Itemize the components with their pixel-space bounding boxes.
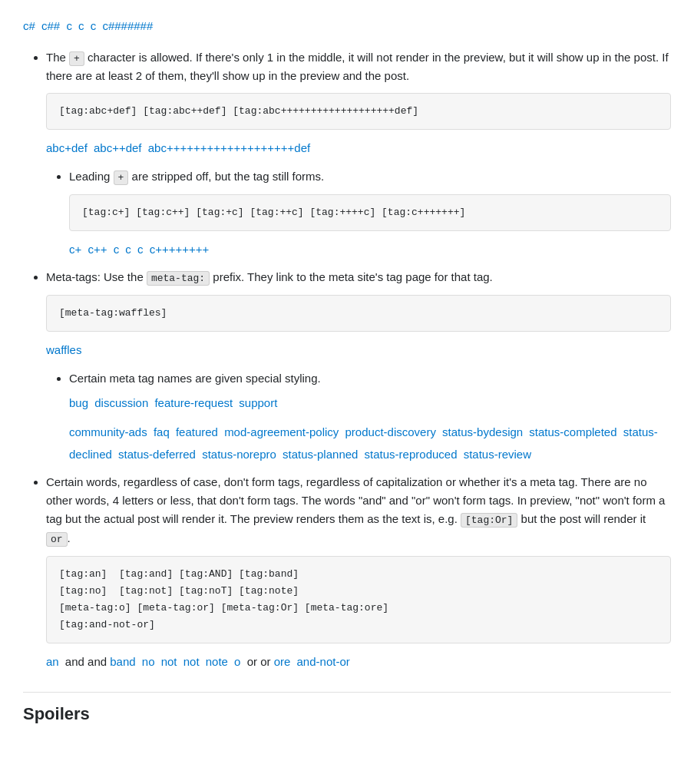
plus-inline-code: +	[69, 51, 84, 66]
tag-link-abcmanyplus-def[interactable]: abc+++++++++++++++++++def	[148, 141, 310, 154]
tag-link-product-discovery[interactable]: product-discovery	[345, 425, 436, 438]
tag-link-note[interactable]: note	[206, 655, 228, 668]
tag-link-c-stripped-2[interactable]: c	[125, 243, 131, 256]
tag-link-community-ads[interactable]: community-ads	[69, 425, 147, 438]
tag-link-status-bydesign[interactable]: status-bydesign	[442, 425, 523, 438]
tag-link-band[interactable]: band	[110, 655, 135, 668]
tag-link-abcplusdef[interactable]: abc+def	[46, 141, 88, 154]
certain-words-bottom-links: an and and band no not not note o or or …	[46, 651, 671, 673]
tag-link-bug[interactable]: bug	[69, 396, 88, 409]
sub-bullet-leading-plus: Leading + are stripped off, but the tag …	[69, 167, 671, 260]
meta-tag-code-block: [meta-tag:waffles]	[46, 295, 671, 332]
top-link-c-3[interactable]: c	[91, 19, 97, 32]
text-or-1: or	[247, 655, 261, 668]
tag-link-not-1[interactable]: not	[161, 655, 177, 668]
leading-plus-tag-links: c+ c++ c c c c++++++++	[69, 239, 671, 261]
special-tag-links-row1: bug discussion feature-request support	[69, 392, 671, 415]
top-link-c-sharp[interactable]: c#	[23, 19, 35, 32]
tag-link-c-stripped-3[interactable]: c	[137, 243, 144, 256]
tag-link-abcplusplus-def[interactable]: abc++def	[94, 141, 142, 154]
meta-tags-sub-list: Certain meta tag names are given special…	[46, 369, 671, 466]
plus-tag-links: abc+def abc++def abc+++++++++++++++++++d…	[46, 137, 671, 160]
tag-link-discussion[interactable]: discussion	[94, 396, 148, 409]
plus-code-block: [tag:abc+def] [tag:abc++def] [tag:abc+++…	[46, 93, 671, 130]
meta-tag-inline-code: meta-tag:	[147, 271, 210, 286]
main-list: The + character is allowed. If there's o…	[23, 48, 671, 673]
tag-link-not-2[interactable]: not	[183, 655, 200, 668]
tag-link-c-many-plus[interactable]: c++++++++	[150, 243, 210, 256]
text-and-2: and	[88, 655, 110, 668]
waffles-tag-link: waffles	[46, 339, 671, 362]
tag-link-and-not-or[interactable]: and-not-or	[297, 655, 350, 668]
tag-link-support[interactable]: support	[239, 396, 277, 409]
spoilers-heading: Spoilers	[23, 692, 671, 727]
top-link-c-2[interactable]: c	[78, 19, 84, 32]
tag-link-c-stripped-1[interactable]: c	[114, 243, 120, 256]
top-link-c-double-sharp[interactable]: c##	[41, 19, 60, 32]
tag-or-inline-code: [tag:Or]	[461, 513, 517, 528]
leading-plus-code-block: [tag:c+] [tag:c++] [tag:+c] [tag:++c] [t…	[69, 194, 671, 231]
bullet-meta-tags: Meta-tags: Use the meta-tag: prefix. The…	[46, 268, 671, 465]
tag-link-featured[interactable]: featured	[176, 425, 218, 438]
tag-link-status-planned[interactable]: status-planned	[283, 448, 358, 461]
tag-link-an[interactable]: an	[46, 655, 59, 668]
tag-link-status-norepro[interactable]: status-norepro	[202, 448, 276, 461]
tag-link-cplus[interactable]: c+	[69, 243, 81, 256]
text-or-2: or	[260, 655, 274, 668]
bullet-plus-text: The + character is allowed. If there's o…	[46, 51, 669, 83]
bullet-certain-words: Certain words, regardless of case, don't…	[46, 473, 671, 673]
leading-plus-text: Leading + are stripped off, but the tag …	[69, 170, 324, 183]
top-link-c-1[interactable]: c	[66, 19, 72, 32]
tag-link-status-reproduced[interactable]: status-reproduced	[365, 448, 458, 461]
or-inline-code: or	[46, 532, 68, 547]
tag-link-mod-agreement-policy[interactable]: mod-agreement-policy	[224, 425, 339, 438]
tag-link-o[interactable]: o	[234, 655, 240, 668]
sub-bullet-special-styling: Certain meta tag names are given special…	[69, 369, 671, 466]
tag-link-ore[interactable]: ore	[274, 655, 291, 668]
certain-words-code-block: [tag:an] [tag:and] [tag:AND] [tag:band] …	[46, 556, 671, 643]
tag-link-status-review[interactable]: status-review	[464, 448, 531, 461]
text-and-1: and	[65, 655, 88, 668]
tag-link-faq[interactable]: faq	[154, 425, 170, 438]
top-link-c-hashes[interactable]: c#######	[102, 19, 153, 32]
tag-link-status-completed[interactable]: status-completed	[529, 425, 616, 438]
special-tag-links-row2: community-ads faq featured mod-agreement…	[69, 422, 671, 465]
tag-link-waffles[interactable]: waffles	[46, 343, 81, 356]
plus-sub-list: Leading + are stripped off, but the tag …	[46, 167, 671, 260]
special-styling-text: Certain meta tag names are given special…	[69, 372, 321, 385]
tag-link-feature-request[interactable]: feature-request	[154, 396, 233, 409]
tag-link-cplusplus[interactable]: c++	[88, 243, 107, 256]
meta-tags-text: Meta-tags: Use the meta-tag: prefix. The…	[46, 270, 493, 283]
certain-words-text: Certain words, regardless of case, don't…	[46, 475, 665, 544]
bullet-plus-char: The + character is allowed. If there's o…	[46, 48, 671, 261]
tag-link-status-deferred[interactable]: status-deferred	[118, 448, 196, 461]
top-tag-links: c# c## c c c c#######	[23, 15, 671, 38]
leading-plus-code: +	[114, 170, 129, 185]
tag-link-no[interactable]: no	[142, 655, 155, 668]
